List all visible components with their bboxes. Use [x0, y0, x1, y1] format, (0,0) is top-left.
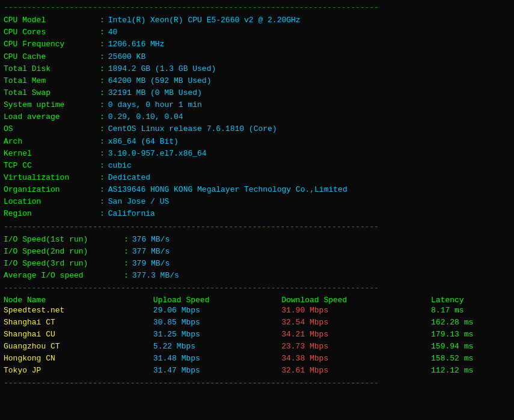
upload-speed: 31.47 Mbps [153, 365, 281, 377]
colon: : [100, 184, 105, 196]
io-label: I/O Speed(3rd run) [4, 258, 124, 270]
upload-speed: 30.85 Mbps [153, 317, 281, 329]
colon: : [100, 26, 105, 38]
system-info-row: Location: San Jose / US [4, 196, 510, 208]
node-name: Speedtest.net [4, 305, 153, 317]
system-label: TCP CC [4, 160, 100, 172]
system-value: cubic [108, 160, 132, 172]
upload-speed: 29.06 Mbps [153, 305, 281, 317]
colon: : [100, 63, 105, 75]
network-row: Speedtest.net29.06 Mbps31.90 Mbps8.17 ms [4, 305, 510, 317]
system-info-section: CPU Model: Intel(R) Xeon(R) CPU E5-2660 … [4, 14, 510, 220]
io-row: I/O Speed(2nd run): 377 MB/s [4, 246, 510, 258]
system-value: x86_64 (64 Bit) [108, 136, 179, 148]
latency: 158.52 ms [431, 353, 510, 365]
colon: : [124, 246, 129, 258]
network-row: Hongkong CN31.48 Mbps34.38 Mbps158.52 ms [4, 353, 510, 365]
system-info-row: Load average: 0.29, 0.10, 0.04 [4, 111, 510, 123]
colon: : [100, 51, 105, 63]
system-value: 64200 MB (592 MB Used) [108, 75, 212, 87]
download-speed: 34.38 Mbps [281, 353, 431, 365]
colon: : [100, 14, 105, 26]
latency: 8.17 ms [431, 305, 510, 317]
system-label: Arch [4, 136, 100, 148]
mid-divider-2: ----------------------------------------… [4, 283, 510, 294]
system-info-row: System uptime: 0 days, 0 hour 1 min [4, 99, 510, 111]
colon: : [100, 123, 105, 135]
node-name: Shanghai CU [4, 329, 153, 341]
io-value: 376 MB/s [132, 234, 170, 246]
system-value: 32191 MB (0 MB Used) [108, 87, 202, 99]
col-latency: Latency [431, 296, 510, 305]
latency: 179.13 ms [431, 329, 510, 341]
system-label: CPU Cache [4, 51, 100, 63]
colon: : [100, 111, 105, 123]
io-row: I/O Speed(3rd run): 379 MB/s [4, 258, 510, 270]
system-value: 25600 KB [108, 51, 145, 63]
system-value: 40 [108, 26, 118, 38]
col-upload: Upload Speed [153, 296, 281, 305]
node-name: Tokyo JP [4, 365, 153, 377]
colon: : [100, 196, 105, 208]
io-row: Average I/O speed: 377.3 MB/s [4, 270, 510, 282]
colon: : [100, 75, 105, 87]
upload-speed: 31.25 Mbps [153, 329, 281, 341]
system-value: Dedicated [108, 172, 150, 184]
main-container: ----------------------------------------… [0, 0, 514, 392]
io-row: I/O Speed(1st run): 376 MB/s [4, 234, 510, 246]
mid-divider-1: ----------------------------------------… [4, 222, 510, 233]
colon: : [100, 160, 105, 172]
system-label: Load average [4, 111, 100, 123]
system-label: Total Disk [4, 63, 100, 75]
download-speed: 31.90 Mbps [281, 305, 431, 317]
download-speed: 34.21 Mbps [281, 329, 431, 341]
colon: : [100, 208, 105, 220]
colon: : [100, 38, 105, 50]
download-speed: 32.54 Mbps [281, 317, 431, 329]
system-info-row: Region: California [4, 208, 510, 220]
download-speed: 32.61 Mbps [281, 365, 431, 377]
system-label: Kernel [4, 148, 100, 160]
node-name: Guangzhou CT [4, 341, 153, 353]
system-value: 0.29, 0.10, 0.04 [108, 111, 183, 123]
io-label: I/O Speed(2nd run) [4, 246, 124, 258]
system-info-row: CPU Cache: 25600 KB [4, 51, 510, 63]
system-info-row: CPU Cores: 40 [4, 26, 510, 38]
system-value: San Jose / US [108, 196, 169, 208]
system-label: Location [4, 196, 100, 208]
system-info-row: Arch: x86_64 (64 Bit) [4, 136, 510, 148]
system-info-row: TCP CC: cubic [4, 160, 510, 172]
io-label: I/O Speed(1st run) [4, 234, 124, 246]
io-label: Average I/O speed [4, 270, 124, 282]
system-value: 1206.616 MHz [108, 38, 165, 50]
network-row: Tokyo JP31.47 Mbps32.61 Mbps112.12 ms [4, 365, 510, 377]
system-label: Organization [4, 184, 100, 196]
network-section: Node Name Upload Speed Download Speed La… [4, 296, 510, 377]
download-speed: 23.73 Mbps [281, 341, 431, 353]
system-label: Virtualization [4, 172, 100, 184]
system-label: Total Swap [4, 87, 100, 99]
latency: 162.28 ms [431, 317, 510, 329]
system-info-row: Total Mem: 64200 MB (592 MB Used) [4, 75, 510, 87]
system-label: CPU Frequency [4, 38, 100, 50]
io-value: 377 MB/s [132, 246, 170, 258]
io-value: 377.3 MB/s [132, 270, 179, 282]
node-name: Shanghai CT [4, 317, 153, 329]
colon: : [100, 99, 105, 111]
colon: : [100, 136, 105, 148]
system-label: CPU Cores [4, 26, 100, 38]
latency: 159.94 ms [431, 341, 510, 353]
system-info-row: Total Disk: 1894.2 GB (1.3 GB Used) [4, 63, 510, 75]
node-name: Hongkong CN [4, 353, 153, 365]
system-info-row: OS: CentOS Linux release 7.6.1810 (Core) [4, 123, 510, 135]
upload-speed: 31.48 Mbps [153, 353, 281, 365]
system-info-row: CPU Frequency: 1206.616 MHz [4, 38, 510, 50]
network-row: Guangzhou CT5.22 Mbps23.73 Mbps159.94 ms [4, 341, 510, 353]
colon: : [124, 258, 129, 270]
top-divider: ----------------------------------------… [4, 2, 510, 13]
bottom-divider: ----------------------------------------… [4, 378, 510, 389]
system-value: Intel(R) Xeon(R) CPU E5-2660 v2 @ 2.20GH… [108, 14, 301, 26]
network-row: Shanghai CT30.85 Mbps32.54 Mbps162.28 ms [4, 317, 510, 329]
col-download: Download Speed [281, 296, 431, 305]
upload-speed: 5.22 Mbps [153, 341, 281, 353]
